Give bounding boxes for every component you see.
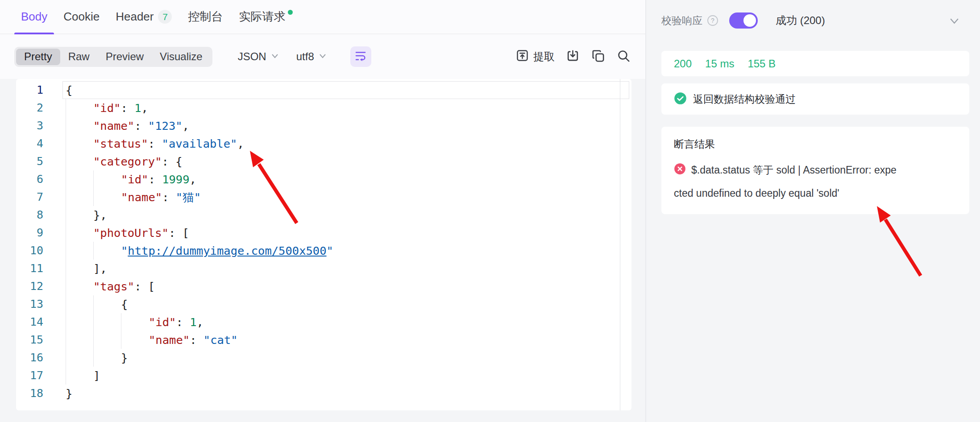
assertion-text-1: $.data.status 等于 sold | AssertionError: … [691, 163, 897, 177]
code-line: 13{ [16, 295, 631, 313]
indent-guide [66, 135, 66, 153]
code-line: 8}, [16, 206, 631, 224]
code-line: 16} [16, 349, 631, 367]
url-link[interactable]: http://dummyimage.com/500x500 [128, 244, 326, 257]
header-count-badge: 7 [158, 10, 172, 24]
view-mode-segmented-control: Pretty Raw Preview Visualize [14, 47, 212, 67]
indent-guide [66, 331, 66, 349]
code-token: "id" [149, 315, 176, 329]
mode-preview-button[interactable]: Preview [98, 49, 152, 65]
line-number: 16 [16, 349, 43, 367]
chevron-down-icon [318, 50, 327, 63]
copy-button[interactable] [591, 49, 606, 65]
assertion-title: 断言结果 [674, 137, 957, 151]
tab-actual-request[interactable]: 实际请求 [232, 0, 299, 34]
code-token: } [66, 387, 72, 400]
indent-guide [66, 242, 66, 260]
copy-icon [591, 49, 606, 65]
code-line: 18} [16, 385, 631, 402]
search-icon [616, 49, 631, 65]
code-token: ], [93, 262, 107, 275]
code-token: { [66, 83, 72, 97]
help-icon[interactable]: ? [707, 15, 718, 26]
tab-cookie-label: Cookie [63, 10, 100, 24]
format-select[interactable]: JSON [238, 50, 279, 63]
response-time: 15 ms [705, 58, 734, 70]
tab-console[interactable]: 控制台 [181, 0, 229, 34]
indent-guide [93, 331, 94, 349]
response-tabs: Body Cookie Header 7 控制台 实际请求 [0, 0, 645, 34]
code-token: : [176, 315, 190, 329]
line-number: 17 [16, 367, 43, 385]
indent-guide [66, 117, 66, 135]
code-token: 1999 [162, 173, 189, 186]
chevron-down-icon [270, 50, 279, 63]
code-token: ] [93, 369, 100, 382]
mode-visualize-button[interactable]: Visualize [152, 49, 211, 65]
line-number: 3 [16, 117, 43, 135]
code-line: 2"id": 1, [16, 99, 631, 117]
schema-check-result: 返回数据结构校验通过 [693, 92, 796, 106]
collapse-chevron-icon[interactable] [948, 15, 960, 27]
code-token: } [121, 351, 128, 364]
code-line: 7"name": "猫" [16, 188, 631, 206]
indent-guide [66, 224, 66, 242]
editor-section: 1{2"id": 1,3"name": "123",4"status": "av… [0, 79, 645, 422]
code-line: 12"tags": [ [16, 277, 631, 295]
indent-guide [66, 367, 66, 385]
validation-panel: 校验响应 ? 成功 (200) 200 15 ms 155 B [646, 0, 980, 422]
encoding-select-value: utf8 [296, 50, 314, 63]
encoding-select[interactable]: utf8 [296, 50, 327, 63]
line-number: 14 [16, 313, 43, 331]
download-icon [565, 49, 580, 65]
format-select-value: JSON [238, 50, 266, 63]
code-token: , [197, 315, 203, 329]
code-lines: 1{2"id": 1,3"name": "123",4"status": "av… [16, 79, 631, 402]
line-number: 11 [16, 260, 43, 277]
code-line: 4"status": "available", [16, 135, 631, 153]
indent-guide [93, 313, 94, 331]
indent-guide [66, 206, 66, 224]
tab-header[interactable]: Header 7 [109, 0, 179, 34]
word-wrap-button[interactable] [350, 46, 371, 67]
line-number: 6 [16, 170, 43, 188]
line-number: 5 [16, 153, 43, 170]
line-number: 2 [16, 99, 43, 117]
assertion-result-line-2: cted undefined to deeply equal 'sold' [674, 187, 957, 199]
tab-header-label: Header [116, 10, 154, 24]
code-token: "photoUrls" [93, 226, 169, 240]
validation-toggle[interactable] [729, 12, 758, 29]
svg-text:?: ? [711, 17, 714, 24]
assertion-card: 断言结果 $.data.status 等于 sold | AssertionEr… [661, 127, 969, 214]
validation-title: 校验响应 [661, 14, 702, 28]
word-wrap-icon [354, 49, 367, 64]
code-line: 3"name": "123", [16, 117, 631, 135]
search-button[interactable] [616, 49, 631, 65]
line-number: 15 [16, 331, 43, 349]
mode-pretty-button[interactable]: Pretty [16, 49, 60, 65]
code-token: , [183, 119, 189, 132]
error-circle-icon [674, 163, 686, 178]
code-line: 11], [16, 260, 631, 277]
line-number: 10 [16, 242, 43, 260]
indent-guide [121, 313, 121, 331]
response-size: 155 B [747, 58, 776, 70]
toolbar-actions: 提取 [515, 49, 631, 65]
response-metrics-card: 200 15 ms 155 B [661, 51, 969, 76]
tab-body-label: Body [21, 10, 47, 24]
indent-guide [66, 99, 66, 117]
code-token: "available" [162, 137, 237, 150]
tab-cookie[interactable]: Cookie [57, 0, 106, 34]
tab-body[interactable]: Body [14, 0, 54, 34]
extract-button[interactable]: 提取 [515, 49, 555, 65]
code-token: : [148, 137, 162, 150]
indent-guide [66, 349, 66, 367]
code-token: }, [93, 208, 107, 222]
mode-raw-button[interactable]: Raw [60, 49, 98, 65]
code-line: 6"id": 1999, [16, 170, 631, 188]
indent-guide [66, 295, 66, 313]
code-token: " [327, 244, 333, 257]
code-token: "id" [121, 173, 148, 186]
save-response-button[interactable] [565, 49, 580, 65]
json-editor[interactable]: 1{2"id": 1,3"name": "123",4"status": "av… [16, 79, 631, 410]
